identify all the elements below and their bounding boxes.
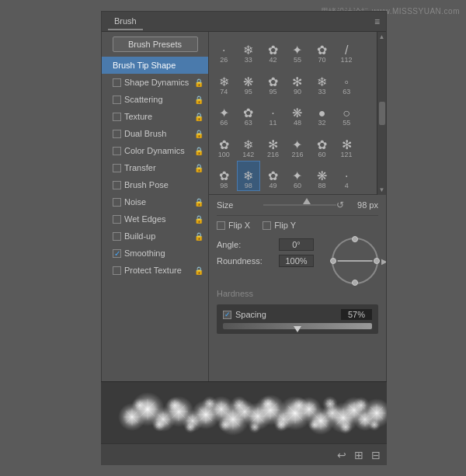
brush-icon-22: ❄ xyxy=(243,139,253,151)
brush-num-14: 66 xyxy=(220,120,228,127)
flip-row: Flip X Flip Y xyxy=(217,221,378,230)
brush-cell-10[interactable]: ✻ 90 xyxy=(286,66,310,96)
brush-cell-11[interactable]: ❄ 33 xyxy=(310,66,334,96)
brush-cell-33[interactable]: · 4 xyxy=(335,161,359,191)
angle-handle-left[interactable] xyxy=(330,258,336,264)
sidebar-item-brush-tip-shape[interactable]: Brush Tip Shape xyxy=(102,57,208,74)
wet-edges-checkbox[interactable] xyxy=(113,215,121,224)
toolbar-icon-grid[interactable]: ⊞ xyxy=(354,449,363,461)
flip-x-label: Flip X xyxy=(217,221,250,230)
flip-x-checkbox[interactable] xyxy=(217,221,225,230)
brush-cell-28[interactable]: ✿ 98 xyxy=(212,161,236,191)
brush-preview-area xyxy=(101,381,387,443)
buildup-checkbox[interactable] xyxy=(113,232,121,241)
angle-handle-top[interactable] xyxy=(352,236,358,242)
angle-handle-right[interactable] xyxy=(374,258,380,264)
brush-cell-25[interactable]: ✿ 60 xyxy=(310,129,334,159)
size-slider[interactable] xyxy=(263,200,336,210)
spacing-label: Spacing xyxy=(235,310,341,319)
brush-cell-4[interactable]: ✿ 70 xyxy=(310,35,334,65)
brush-cell-24[interactable]: ✦ 216 xyxy=(286,129,310,159)
brush-cell-8[interactable]: ❋ 95 xyxy=(237,66,261,96)
sidebar-item-color-dynamics[interactable]: Color Dynamics 🔒 xyxy=(102,142,208,159)
brush-cell-16[interactable]: · 11 xyxy=(261,98,285,128)
angle-circle[interactable] xyxy=(332,238,378,284)
angle-input[interactable] xyxy=(279,238,314,251)
sidebar-item-texture[interactable]: Texture 🔒 xyxy=(102,108,208,125)
brush-cell-0[interactable]: · 26 xyxy=(212,35,236,65)
sidebar-item-brush-pose[interactable]: Brush Pose xyxy=(102,176,208,193)
lock-icon: 🔒 xyxy=(194,130,203,138)
scroll-thumb[interactable] xyxy=(379,102,385,125)
sidebar-item-smoothing[interactable]: ✓ Smoothing xyxy=(102,245,208,262)
brush-cell-18[interactable]: ● 32 xyxy=(310,98,334,128)
brush-cell-29[interactable]: ❄ 98 xyxy=(237,161,261,191)
brush-num-31: 60 xyxy=(294,182,301,189)
brush-cell-14[interactable]: ✦ 66 xyxy=(212,98,236,128)
shape-dynamics-checkbox[interactable] xyxy=(113,78,121,87)
brush-icon-4: ✿ xyxy=(317,44,327,57)
sidebar-item-shape-dynamics[interactable]: Shape Dynamics 🔒 xyxy=(102,74,208,91)
toolbar-icon-undo[interactable]: ↩ xyxy=(337,449,346,461)
smoothing-checkbox[interactable]: ✓ xyxy=(113,249,121,258)
brush-icon-15: ✿ xyxy=(243,107,253,120)
sidebar-item-label: Brush Tip Shape xyxy=(113,61,176,70)
brush-cell-26[interactable]: ✻ 121 xyxy=(335,129,359,159)
sidebar-item-buildup[interactable]: Build-up 🔒 xyxy=(102,228,208,245)
protect-texture-checkbox[interactable] xyxy=(113,266,121,275)
brush-cell-3[interactable]: ✦ 55 xyxy=(286,35,310,65)
brush-cell-31[interactable]: ✦ 60 xyxy=(286,161,310,191)
brush-grid: · 26 ❄ 33 ✿ 42 ✦ 55 ✿ 70 / 112 ❄ 74 ❋ xyxy=(209,32,386,195)
refresh-icon[interactable]: ↺ xyxy=(336,200,344,210)
spacing-checkbox[interactable]: ✓ xyxy=(223,311,231,319)
brush-cell-12[interactable]: ◦ 63 xyxy=(335,66,359,96)
brush-cell-9[interactable]: ✿ 95 xyxy=(261,66,285,96)
sidebar-item-protect-texture[interactable]: Protect Texture 🔒 xyxy=(102,262,208,279)
brush-cell-32[interactable]: ❋ 88 xyxy=(310,161,334,191)
scroll-up-arrow[interactable]: ▲ xyxy=(377,32,386,40)
brush-cell-15[interactable]: ✿ 63 xyxy=(237,98,261,128)
flip-y-checkbox[interactable] xyxy=(263,221,271,230)
scattering-checkbox[interactable] xyxy=(113,96,121,104)
brush-cell-7[interactable]: ❄ 74 xyxy=(212,66,236,96)
sidebar-item-label: Wet Edges xyxy=(124,214,166,224)
scroll-down-arrow[interactable]: ▼ xyxy=(377,186,386,195)
brush-num-23: 216 xyxy=(267,151,279,158)
sidebar-item-noise[interactable]: Noise 🔒 xyxy=(102,193,208,210)
brush-cell-19[interactable]: ○ 55 xyxy=(335,98,359,128)
texture-checkbox[interactable] xyxy=(113,113,121,121)
brush-num-10: 90 xyxy=(294,89,301,96)
brush-presets-button[interactable]: Brush Presets xyxy=(113,36,198,52)
panel-menu-icon[interactable]: ≡ xyxy=(374,16,380,27)
brush-pose-checkbox[interactable] xyxy=(113,181,121,189)
brush-cell-5[interactable]: / 112 xyxy=(335,35,359,65)
color-dynamics-checkbox[interactable] xyxy=(113,147,121,155)
sidebar-item-wet-edges[interactable]: Wet Edges 🔒 xyxy=(102,210,208,228)
roundness-input[interactable] xyxy=(279,255,314,267)
brush-cell-21[interactable]: ✿ 100 xyxy=(212,129,236,159)
transfer-checkbox[interactable] xyxy=(113,164,121,172)
brush-cell-23[interactable]: ✻ 216 xyxy=(261,129,285,159)
brush-num-32: 88 xyxy=(318,182,326,189)
sidebar-item-transfer[interactable]: Transfer 🔒 xyxy=(102,159,208,176)
spacing-slider-container xyxy=(223,323,372,329)
dual-brush-checkbox[interactable] xyxy=(113,130,121,138)
brush-grid-scrollbar[interactable]: ▲ ▼ xyxy=(377,32,386,195)
brush-icon-10: ✻ xyxy=(292,76,302,89)
brush-icon-14: ✦ xyxy=(219,107,229,120)
panel-tab-brush[interactable]: Brush xyxy=(108,13,143,30)
spacing-row: ✓ Spacing 57% xyxy=(223,309,372,320)
angle-handle-bottom[interactable] xyxy=(352,280,358,286)
sidebar-item-scattering[interactable]: Scattering 🔒 xyxy=(102,91,208,108)
toolbar-icon-trash[interactable]: ⊟ xyxy=(371,449,381,461)
brush-cell-30[interactable]: ✿ 49 xyxy=(261,161,285,191)
spacing-slider-thumb[interactable] xyxy=(294,326,301,332)
lock-icon: 🔒 xyxy=(194,215,203,224)
sidebar-item-dual-brush[interactable]: Dual Brush 🔒 xyxy=(102,125,208,142)
noise-checkbox[interactable] xyxy=(113,198,121,207)
brush-cell-22[interactable]: ❄ 142 xyxy=(237,129,261,159)
brush-icon-33: · xyxy=(345,170,348,182)
brush-cell-17[interactable]: ❋ 48 xyxy=(286,98,310,128)
brush-cell-2[interactable]: ✿ 42 xyxy=(261,35,285,65)
brush-cell-1[interactable]: ❄ 33 xyxy=(237,35,261,65)
